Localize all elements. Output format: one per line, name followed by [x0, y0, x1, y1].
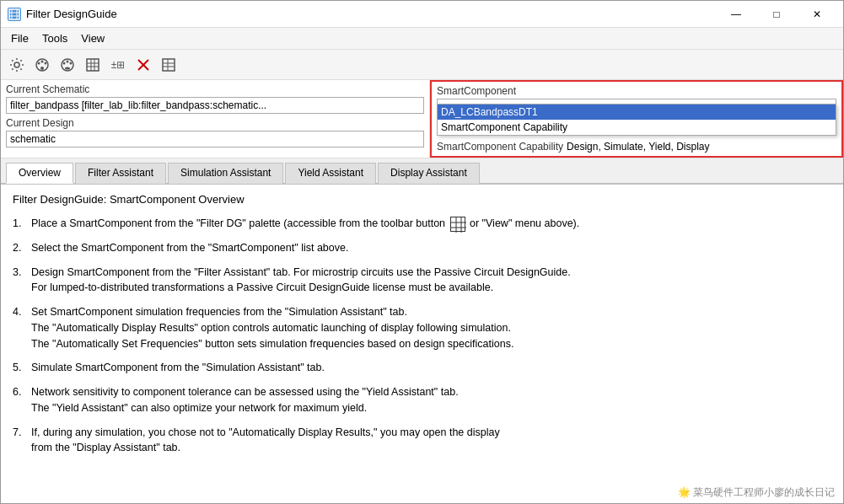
list-content: Set SmartComponent simulation frequencie… — [31, 304, 831, 351]
title-bar: Filter DesignGuide — □ ✕ — [1, 1, 843, 28]
svg-point-13 — [67, 60, 69, 62]
list-content: Simulate SmartComponent from the "Simula… — [31, 360, 831, 376]
list-content: Select the SmartComponent from the "Smar… — [31, 240, 831, 256]
svg-rect-23 — [163, 59, 175, 71]
right-panel: SmartComponent DA_LCBandpassDT1 SmartCom… — [430, 80, 843, 158]
dropdown-item-0[interactable]: DA_LCBandpassDT1 — [438, 105, 836, 120]
capability-label: SmartComponent Capability — [437, 141, 563, 153]
list-content: Place a SmartComponent from the "Filter … — [31, 216, 831, 232]
left-panel: Current Schematic filter_bandpass [filte… — [1, 80, 430, 158]
list-content: If, during any simulation, you chose not… — [31, 425, 831, 457]
list-number: 6. — [13, 384, 31, 416]
tab-simulation-assistant[interactable]: Simulation Assistant — [168, 163, 283, 184]
tab-filter-assistant[interactable]: Filter Assistant — [75, 163, 166, 184]
svg-point-9 — [45, 62, 47, 64]
list-number: 7. — [13, 425, 31, 457]
app-icon — [8, 8, 21, 21]
toolbar-plusminus-btn[interactable]: ±⊞ — [107, 54, 129, 76]
list-number: 4. — [13, 304, 31, 351]
list-item: 1. Place a SmartComponent from the "Filt… — [13, 216, 831, 232]
list-content: Network sensitivity to component toleran… — [31, 384, 831, 416]
close-button[interactable]: ✕ — [798, 2, 836, 27]
title-bar-left: Filter DesignGuide — [8, 8, 117, 21]
section-title: Filter DesignGuide: SmartComponent Overv… — [13, 193, 831, 206]
toolbar-grid-btn[interactable] — [82, 54, 104, 76]
svg-point-15 — [65, 67, 70, 69]
current-schematic-value: filter_bandpass [filter_lab_lib:filter_b… — [6, 97, 424, 114]
list-item: 2. Select the SmartComponent from the "S… — [13, 240, 831, 256]
list-number: 5. — [13, 360, 31, 376]
dropdown-list: DA_LCBandpassDT1 SmartComponent Capabili… — [437, 104, 836, 136]
toolbar-delete-btn[interactable] — [132, 54, 154, 76]
list-number: 2. — [13, 240, 31, 256]
svg-point-12 — [63, 62, 66, 64]
smartcomponent-section: SmartComponent DA_LCBandpassDT1 SmartCom… — [437, 85, 836, 117]
svg-point-5 — [14, 62, 19, 67]
top-section: Current Schematic filter_bandpass [filte… — [1, 80, 843, 158]
numbered-list: 1. Place a SmartComponent from the "Filt… — [13, 216, 831, 456]
tab-display-assistant[interactable]: Display Assistant — [378, 163, 480, 184]
svg-rect-0 — [9, 9, 19, 19]
list-item: 3. Design SmartComponent from the "Filte… — [13, 265, 831, 297]
list-item: 5. Simulate SmartComponent from the "Sim… — [13, 360, 831, 376]
smartcomponent-label: SmartComponent — [437, 85, 836, 97]
list-item: 7. If, during any simulation, you chose … — [13, 425, 831, 457]
grid-icon — [450, 217, 465, 232]
tab-yield-assistant[interactable]: Yield Assistant — [285, 163, 376, 184]
minimize-button[interactable]: — — [717, 2, 755, 27]
toolbar-settings-btn[interactable] — [6, 54, 28, 76]
menu-tools[interactable]: Tools — [35, 30, 74, 46]
current-design-label: Current Design — [6, 117, 424, 129]
toolbar: ±⊞ — [1, 50, 843, 80]
svg-rect-16 — [87, 59, 99, 71]
maximize-button[interactable]: □ — [757, 2, 796, 27]
capability-row: SmartComponent Capability Design, Simula… — [437, 141, 836, 153]
menu-view[interactable]: View — [74, 30, 111, 46]
svg-point-8 — [41, 60, 44, 62]
current-schematic-label: Current Schematic — [6, 83, 424, 95]
main-window: Filter DesignGuide — □ ✕ File Tools View — [0, 0, 844, 504]
toolbar-table-btn[interactable] — [158, 54, 180, 76]
window-title: Filter DesignGuide — [26, 8, 117, 20]
title-controls: — □ ✕ — [717, 2, 836, 27]
list-item: 4. Set SmartComponent simulation frequen… — [13, 304, 831, 351]
tab-overview[interactable]: Overview — [6, 163, 73, 184]
tabs-bar: Overview Filter Assistant Simulation Ass… — [1, 158, 843, 185]
capability-value: Design, Simulate, Yield, Display — [567, 141, 709, 153]
current-design-value: schematic — [6, 131, 424, 147]
menu-file[interactable]: File — [4, 30, 35, 46]
toolbar-palette-btn[interactable] — [31, 54, 53, 76]
dropdown-item-1[interactable]: SmartComponent Capability — [438, 120, 836, 135]
svg-point-10 — [40, 67, 44, 70]
main-content: Filter DesignGuide: SmartComponent Overv… — [1, 185, 843, 482]
menu-bar: File Tools View — [1, 28, 843, 50]
list-number: 3. — [13, 265, 31, 297]
list-content: Design SmartComponent from the "Filter A… — [31, 265, 831, 297]
toolbar-component-btn[interactable] — [56, 54, 78, 76]
list-item: 6. Network sensitivity to component tole… — [13, 384, 831, 416]
svg-point-7 — [38, 62, 40, 64]
svg-point-14 — [70, 62, 73, 64]
list-number: 1. — [13, 216, 31, 232]
watermark: 🌟 菜鸟硬件工程师小廖的成长日记 — [1, 482, 843, 503]
